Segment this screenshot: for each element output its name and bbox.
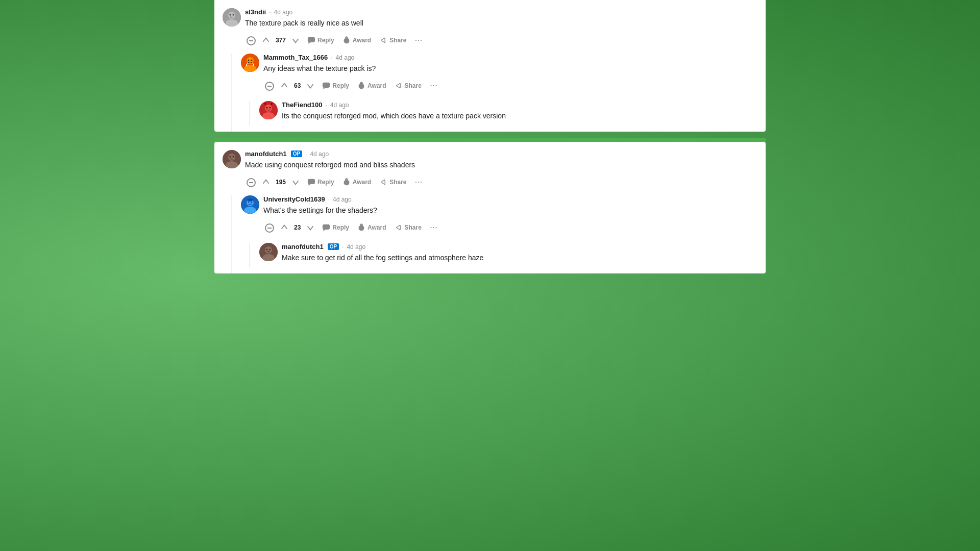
avatar-manofdutch-reply xyxy=(259,243,278,261)
more-btn-manofdutch[interactable]: ··· xyxy=(412,174,426,189)
username-manofdutch-reply: manofdutch1 xyxy=(282,243,324,251)
vote-count-mammoth: 63 xyxy=(293,82,302,89)
upvote-btn-manofdutch[interactable] xyxy=(259,176,273,189)
downvote-btn-mammoth[interactable] xyxy=(304,79,317,92)
thread-line-mammoth[interactable] xyxy=(231,54,232,132)
comment-body-thefiend: Its the conquest reforged mod, which doe… xyxy=(282,111,757,121)
award-btn-sl3ndii[interactable]: Award xyxy=(339,34,374,46)
comment-section-1: sl3ndii · 4d ago The texture pack is rea… xyxy=(214,0,766,132)
share-label-mammoth: Share xyxy=(405,82,422,89)
award-btn-manofdutch[interactable]: Award xyxy=(339,176,374,188)
vote-count-sl3ndii: 377 xyxy=(275,37,287,44)
reply-btn-manofdutch[interactable]: Reply xyxy=(304,176,337,188)
svg-point-1 xyxy=(228,12,235,19)
comment-university: UniversityCold1639 · 4d ago What's the s… xyxy=(241,195,757,267)
more-btn-university[interactable]: ··· xyxy=(427,220,440,235)
reply-label-manofdutch: Reply xyxy=(317,179,334,186)
award-btn-mammoth[interactable]: Award xyxy=(354,80,389,92)
comment-manofdutch-reply: manofdutch1 OP · 4d ago Make sure to get… xyxy=(259,243,757,267)
share-btn-university[interactable]: Share xyxy=(391,221,425,234)
reply-label-university: Reply xyxy=(332,224,349,231)
svg-point-33 xyxy=(251,202,253,203)
award-btn-university[interactable]: Award xyxy=(354,221,389,234)
comment-actions-university: 23 xyxy=(263,220,757,235)
svg-point-19 xyxy=(266,107,268,109)
username-university: UniversityCold1639 xyxy=(263,195,325,203)
timestamp-mammoth: 4d ago xyxy=(336,54,355,61)
upvote-btn-university[interactable] xyxy=(278,221,291,234)
svg-point-12 xyxy=(251,60,253,61)
nested-manofdutch-reply: manofdutch1 OP · 4d ago Make sure to get… xyxy=(249,243,757,267)
vote-controls-sl3ndii: 377 xyxy=(259,34,302,47)
reply-label-sl3ndii: Reply xyxy=(317,37,334,44)
thread-line-thefiend[interactable] xyxy=(249,101,250,126)
svg-point-11 xyxy=(248,60,250,61)
award-label-university: Award xyxy=(368,224,386,231)
share-label-sl3ndii: Share xyxy=(389,37,406,44)
timestamp-manofdutch: 4d ago xyxy=(310,151,329,158)
vote-controls-university: 23 xyxy=(278,221,317,234)
share-btn-mammoth[interactable]: Share xyxy=(391,80,425,92)
svg-point-4 xyxy=(233,14,234,16)
avatar-sl3ndii xyxy=(223,8,241,27)
award-label-mammoth: Award xyxy=(368,82,386,89)
timestamp-thefiend: 4d ago xyxy=(330,102,349,109)
vote-count-manofdutch: 195 xyxy=(275,179,287,186)
comment-sl3ndii: sl3ndii · 4d ago The texture pack is rea… xyxy=(223,8,757,132)
collapse-btn-mammoth[interactable] xyxy=(263,80,276,92)
timestamp-manofdutch-reply: 4d ago xyxy=(347,243,365,251)
avatar-thefiend xyxy=(259,101,278,119)
more-btn-mammoth[interactable]: ··· xyxy=(427,78,440,93)
upvote-btn-sl3ndii[interactable] xyxy=(259,34,273,47)
award-label-manofdutch: Award xyxy=(353,179,371,186)
downvote-btn-sl3ndii[interactable] xyxy=(289,34,302,47)
svg-point-3 xyxy=(230,14,231,16)
downvote-btn-university[interactable] xyxy=(304,221,317,234)
comment-header-sl3ndii: sl3ndii · 4d ago xyxy=(245,8,757,16)
reply-btn-university[interactable]: Reply xyxy=(319,221,352,234)
upvote-btn-mammoth[interactable] xyxy=(278,79,291,92)
thread-line-university[interactable] xyxy=(231,195,232,273)
svg-point-24 xyxy=(230,156,231,158)
nested-mammoth: Mammoth_Tax_1666 · 4d ago Any ideas what… xyxy=(231,54,757,132)
comment-section-2: manofdutch1 OP · 4d ago Made using conqu… xyxy=(214,142,766,273)
comment-body-manofdutch-reply: Make sure to get rid of all the fog sett… xyxy=(282,253,757,263)
share-btn-sl3ndii[interactable]: Share xyxy=(376,34,409,46)
vote-controls-mammoth: 63 xyxy=(278,79,317,92)
timestamp-university: 4d ago xyxy=(333,196,352,203)
section-divider xyxy=(214,138,766,142)
award-label-sl3ndii: Award xyxy=(353,37,371,44)
comment-header-mammoth: Mammoth_Tax_1666 · 4d ago xyxy=(263,54,757,61)
thread-line-manofdutch-reply[interactable] xyxy=(249,243,250,267)
username-sl3ndii: sl3ndii xyxy=(245,8,266,16)
comment-body-sl3ndii: The texture pack is really nice as well xyxy=(245,18,757,29)
comment-actions-manofdutch: 195 Reply xyxy=(245,174,757,189)
comment-header-university: UniversityCold1639 · 4d ago xyxy=(263,195,757,203)
downvote-btn-manofdutch[interactable] xyxy=(289,176,302,189)
svg-point-41 xyxy=(270,249,271,251)
op-badge-manofdutch-reply: OP xyxy=(328,243,339,250)
vote-controls-manofdutch: 195 xyxy=(259,176,302,189)
reply-btn-sl3ndii[interactable]: Reply xyxy=(304,34,337,46)
username-manofdutch: manofdutch1 xyxy=(245,150,287,158)
share-label-university: Share xyxy=(405,224,422,231)
collapse-btn-university[interactable] xyxy=(263,222,276,234)
nested-university: UniversityCold1639 · 4d ago What's the s… xyxy=(231,195,757,273)
reply-btn-mammoth[interactable]: Reply xyxy=(319,80,352,92)
svg-point-25 xyxy=(233,156,234,158)
share-btn-manofdutch[interactable]: Share xyxy=(376,176,409,188)
vote-count-university: 23 xyxy=(293,224,302,231)
nested-thefiend: TheFiend100 · 4d ago Its the conquest re… xyxy=(249,101,757,126)
timestamp-sl3ndii: 4d ago xyxy=(274,9,293,16)
more-btn-sl3ndii[interactable]: ··· xyxy=(412,33,426,47)
svg-point-40 xyxy=(266,249,268,251)
comment-header-manofdutch: manofdutch1 OP · 4d ago xyxy=(245,150,757,158)
avatar-university xyxy=(241,195,259,214)
collapse-btn-sl3ndii[interactable] xyxy=(245,35,257,47)
share-label-manofdutch: Share xyxy=(389,179,406,186)
comment-header-manofdutch-reply: manofdutch1 OP · 4d ago xyxy=(282,243,757,251)
reply-label-mammoth: Reply xyxy=(332,82,349,89)
username-thefiend: TheFiend100 xyxy=(282,101,322,109)
comment-body-university: What's the settings for the shaders? xyxy=(263,205,757,216)
collapse-btn-manofdutch[interactable] xyxy=(245,177,257,189)
